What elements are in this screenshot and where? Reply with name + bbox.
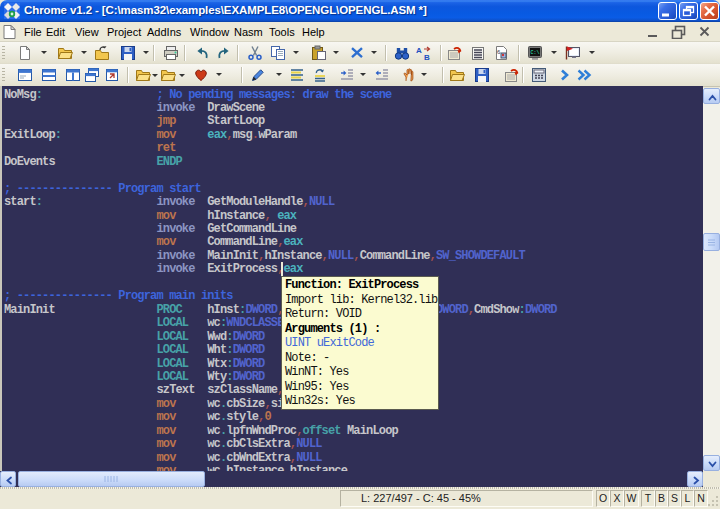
svg-text:C:\: C:\	[531, 50, 540, 56]
svg-text:A: A	[416, 46, 422, 55]
svg-text:B: B	[424, 53, 430, 61]
